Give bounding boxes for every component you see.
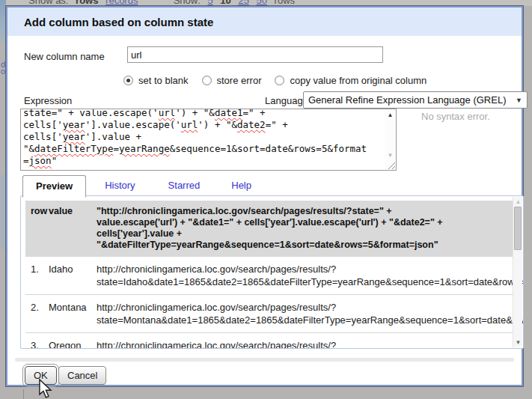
radio-store-error-label: store error bbox=[217, 75, 262, 86]
col-header-row: row bbox=[31, 206, 49, 251]
new-column-name-label: New column name bbox=[24, 51, 105, 62]
background-facet-image bbox=[0, 0, 6, 43]
language-label: Language bbox=[265, 95, 308, 106]
result-url-line2: state=Idaho&date1=1865&date2=1865&dateFi… bbox=[97, 275, 524, 288]
result-url-line1: http://chroniclingamerica.loc.gov/search… bbox=[97, 263, 524, 275]
cancel-button[interactable]: Cancel bbox=[58, 366, 106, 385]
preview-table-header: row value "http://chroniclingamerica.loc… bbox=[25, 201, 513, 257]
mouse-cursor-icon bbox=[37, 379, 52, 399]
page-size-25-link[interactable]: 25 bbox=[238, 0, 248, 6]
expression-label: Expression bbox=[24, 95, 72, 106]
dialog-header: Add column based on column state bbox=[7, 7, 522, 36]
preview-scrollbar[interactable]: ▲ ▼ bbox=[513, 197, 522, 347]
tab-starred[interactable]: Starred bbox=[168, 180, 201, 191]
row-value: Montana bbox=[49, 301, 97, 326]
resize-grip-icon[interactable] bbox=[386, 160, 396, 170]
language-dropdown[interactable]: General Refine Expression Language (GREL… bbox=[303, 91, 528, 109]
radio-copy-value-label: copy value from original column bbox=[290, 75, 426, 86]
background-facet-patch bbox=[0, 174, 6, 249]
scroll-up-icon[interactable]: ▲ bbox=[385, 112, 396, 118]
language-selected-value: General Refine Expression Language (GREL… bbox=[308, 94, 506, 106]
col-header-value: value bbox=[49, 206, 97, 251]
background-grid-line bbox=[23, 389, 24, 399]
table-row: 1. Idaho http://chroniclingamerica.loc.g… bbox=[25, 257, 513, 294]
chevron-down-icon: ▼ bbox=[516, 97, 522, 104]
expression-textarea[interactable]: "http://chroniclingamerica.loc.gov/searc… bbox=[20, 109, 397, 171]
page-size-10-active[interactable]: 10 bbox=[220, 0, 230, 6]
result-url-line2: state=Montana&date1=1865&date2=1865&date… bbox=[97, 314, 524, 326]
tab-help[interactable]: Help bbox=[231, 180, 251, 191]
radio-unselected-icon bbox=[202, 76, 212, 85]
show-count-label: Show: bbox=[174, 0, 201, 6]
pagination-text: Show as: rows records Show: 5 10 25 50 r… bbox=[28, 0, 299, 6]
dialog-title: Add column based on column state bbox=[24, 16, 213, 28]
row-value: Oregon bbox=[49, 339, 97, 349]
expression-content: "http://chroniclingamerica.loc.gov/searc… bbox=[23, 109, 383, 167]
add-column-dialog: Add column based on column state New col… bbox=[6, 6, 523, 386]
tab-bar: Preview History Starred Help bbox=[22, 174, 251, 196]
radio-unselected-icon bbox=[275, 76, 284, 85]
openrefine-page: Show as: rows records Show: 5 10 25 50 r… bbox=[0, 0, 532, 399]
radio-selected-icon bbox=[123, 76, 133, 85]
radio-set-to-blank[interactable]: set to blank bbox=[123, 75, 189, 86]
row-value: Idaho bbox=[49, 263, 97, 288]
page-size-5-link[interactable]: 5 bbox=[207, 0, 213, 6]
table-row: 3. Oregon http://chroniclingamerica.loc.… bbox=[25, 332, 513, 349]
result-url-line1: http://chroniclingamerica.loc.gov/search… bbox=[97, 339, 524, 349]
scroll-up-icon[interactable]: ▲ bbox=[513, 198, 523, 205]
show-as-label: Show as: bbox=[28, 0, 68, 6]
scrollbar-thumb[interactable] bbox=[514, 207, 522, 250]
scroll-down-icon[interactable]: ▼ bbox=[385, 152, 396, 159]
result-url-line1: http://chroniclingamerica.loc.gov/search… bbox=[97, 301, 524, 314]
radio-set-to-blank-label: set to blank bbox=[138, 75, 189, 86]
new-column-name-input[interactable] bbox=[127, 46, 383, 63]
syntax-status: No syntax error. bbox=[421, 111, 490, 122]
table-row: 2. Montana http://chroniclingamerica.loc… bbox=[25, 294, 513, 332]
scroll-down-icon[interactable]: ▼ bbox=[513, 339, 523, 346]
row-result: http://chroniclingamerica.loc.gov/search… bbox=[97, 263, 524, 288]
radio-store-error[interactable]: store error bbox=[202, 75, 262, 86]
footer-divider bbox=[15, 358, 514, 362]
preview-panel: row value "http://chroniclingamerica.loc… bbox=[20, 195, 524, 349]
background-link-fragment: d o bbox=[1, 61, 6, 75]
tab-preview[interactable]: Preview bbox=[22, 175, 86, 198]
row-index: 1. bbox=[31, 263, 49, 288]
rows-suffix-label: rows bbox=[275, 0, 295, 6]
tab-history[interactable]: History bbox=[105, 180, 135, 191]
row-result: http://chroniclingamerica.loc.gov/search… bbox=[97, 301, 524, 326]
col-header-expression: "http://chroniclingamerica.loc.gov/searc… bbox=[97, 206, 507, 251]
show-as-rows-active[interactable]: rows bbox=[76, 0, 98, 6]
preview-table: row value "http://chroniclingamerica.loc… bbox=[25, 201, 513, 349]
row-result: http://chroniclingamerica.loc.gov/search… bbox=[97, 339, 524, 349]
row-index: 3. bbox=[31, 339, 49, 349]
on-error-radio-group: set to blank store error copy value from… bbox=[123, 75, 440, 86]
page-size-50-link[interactable]: 50 bbox=[257, 0, 267, 6]
background-pagination-bar: Show as: rows records Show: 5 10 25 50 r… bbox=[0, 0, 532, 6]
row-index: 2. bbox=[31, 301, 49, 326]
radio-copy-value[interactable]: copy value from original column bbox=[275, 75, 426, 86]
show-as-records-link[interactable]: records bbox=[106, 0, 138, 6]
